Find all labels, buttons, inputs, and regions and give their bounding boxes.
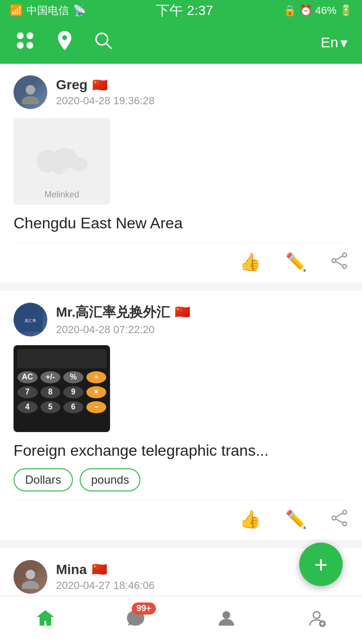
calc-btn: 8 <box>41 386 61 398</box>
language-label: En <box>320 34 338 51</box>
nav-bar: En ▾ <box>0 21 362 64</box>
nav-home[interactable] <box>35 607 56 633</box>
post-card: Greg 🇨🇳 2020-04-28 19:36:28 Melinked <box>0 64 362 282</box>
post-image: Melinked <box>14 118 110 205</box>
post-username: Greg 🇨🇳 <box>56 77 348 93</box>
avatar: 高汇率 <box>14 303 47 336</box>
nav-contacts[interactable] <box>216 607 237 633</box>
tag-dollars[interactable]: Dollars <box>14 468 73 491</box>
status-bar: 📶 中国电信 📡 下午 2:37 🔒 ⏰ 46% 🔋 <box>0 0 362 21</box>
chevron-down-icon: ▾ <box>340 34 348 51</box>
flag-icon: 🇨🇳 <box>175 305 190 320</box>
svg-point-1 <box>27 32 33 39</box>
fab-button[interactable]: + <box>299 543 343 586</box>
svg-point-6 <box>26 85 35 95</box>
svg-point-43 <box>313 612 320 618</box>
svg-point-24 <box>26 570 35 579</box>
nav-profile[interactable] <box>306 607 327 633</box>
post-tags: Dollars pounds <box>14 468 348 491</box>
post-time: 2020-04-27 18:46:06 <box>56 579 348 592</box>
svg-line-23 <box>336 519 343 523</box>
post-time: 2020-04-28 19:36:28 <box>56 95 348 107</box>
post-header: Greg 🇨🇳 2020-04-28 19:36:28 <box>14 75 348 109</box>
calc-btn: 7 <box>17 386 38 398</box>
post-image: AC +/- % ÷ 7 8 9 × 4 5 6 − <box>14 345 110 432</box>
svg-point-3 <box>27 42 33 49</box>
calc-btn: 9 <box>63 386 84 398</box>
profile-icon <box>306 607 327 633</box>
search-icon[interactable] <box>94 31 113 55</box>
watermark-label: Melinked <box>44 190 79 200</box>
svg-line-15 <box>336 256 343 260</box>
tag-pounds[interactable]: pounds <box>80 468 141 491</box>
avatar <box>14 560 47 594</box>
carrier-label: 中国电信 <box>27 3 69 18</box>
battery-icon: 🔋 <box>339 4 352 17</box>
fab-icon: + <box>314 551 328 578</box>
post-content: AC +/- % ÷ 7 8 9 × 4 5 6 − Forei <box>14 345 348 491</box>
svg-line-5 <box>106 43 111 49</box>
share-button[interactable] <box>331 509 348 531</box>
svg-point-21 <box>343 522 347 526</box>
calc-btn: × <box>86 386 107 398</box>
svg-point-4 <box>96 33 108 45</box>
svg-point-19 <box>343 510 347 514</box>
calc-btn: 4 <box>17 401 38 413</box>
status-left: 📶 中国电信 📡 <box>10 3 86 18</box>
comment-button[interactable]: ✏️ <box>285 252 307 274</box>
like-button[interactable]: 👍 <box>239 509 261 531</box>
calc-btn: 5 <box>41 401 61 413</box>
post-username: Mr.高汇率兑换外汇 🇨🇳 <box>56 303 348 322</box>
alarm-icon: ⏰ <box>299 4 312 17</box>
post-meta: Greg 🇨🇳 2020-04-28 19:36:28 <box>56 77 348 107</box>
like-button[interactable]: 👍 <box>239 252 261 274</box>
action-bar: 👍 ✏️ <box>14 243 348 282</box>
share-button[interactable] <box>331 252 348 274</box>
svg-point-12 <box>343 253 347 257</box>
wifi-icon: 📡 <box>73 4 86 17</box>
svg-point-14 <box>343 265 347 268</box>
calc-btn: 6 <box>63 401 84 413</box>
home-icon <box>35 607 56 633</box>
calc-display <box>17 349 106 368</box>
post-header: Mina 🇨🇳 2020-04-27 18:46:06 <box>14 560 348 594</box>
post-title: Foreign exchange telegraphic trans... <box>14 440 348 462</box>
svg-point-25 <box>22 581 39 589</box>
apps-icon[interactable] <box>14 30 36 56</box>
bottom-nav: 99+ <box>0 596 362 644</box>
calc-btn: +/- <box>41 371 61 383</box>
svg-point-0 <box>17 32 24 39</box>
avatar <box>14 75 47 109</box>
nav-left-icons <box>14 30 113 56</box>
action-bar: 👍 ✏️ <box>14 500 348 540</box>
svg-line-22 <box>336 513 343 517</box>
comment-button[interactable]: ✏️ <box>285 509 307 531</box>
contacts-icon <box>216 607 237 633</box>
svg-text:高汇率: 高汇率 <box>25 319 36 323</box>
svg-point-20 <box>332 516 336 520</box>
post-card: 高汇率 Mr.高汇率兑换外汇 🇨🇳 2020-04-28 07:22:20 AC… <box>0 291 362 540</box>
chat-badge: 99+ <box>132 602 156 615</box>
battery-label: 46% <box>315 4 336 17</box>
svg-line-16 <box>336 262 343 266</box>
nav-chat[interactable]: 99+ <box>125 607 146 633</box>
flag-icon: 🇨🇳 <box>92 78 108 93</box>
svg-point-2 <box>17 42 24 49</box>
svg-point-7 <box>22 96 39 104</box>
lock-icon: 🔒 <box>283 4 296 17</box>
calc-btn: ÷ <box>86 371 107 383</box>
post-time: 2020-04-28 07:22:20 <box>56 323 348 336</box>
post-content: Melinked Chengdu East New Area <box>14 118 348 234</box>
calc-btn: − <box>86 401 107 413</box>
post-header: 高汇率 Mr.高汇率兑换外汇 🇨🇳 2020-04-28 07:22:20 <box>14 303 348 336</box>
status-time: 下午 2:37 <box>156 1 213 20</box>
post-meta: Mr.高汇率兑换外汇 🇨🇳 2020-04-28 07:22:20 <box>56 303 348 336</box>
language-selector[interactable]: En ▾ <box>320 34 348 51</box>
calc-btn: % <box>63 371 84 383</box>
signal-icon: 📶 <box>10 4 23 17</box>
calc-btn: AC <box>17 371 38 383</box>
svg-point-10 <box>70 157 88 171</box>
svg-point-42 <box>223 611 230 619</box>
svg-point-13 <box>332 259 336 263</box>
location-icon[interactable] <box>55 30 74 56</box>
